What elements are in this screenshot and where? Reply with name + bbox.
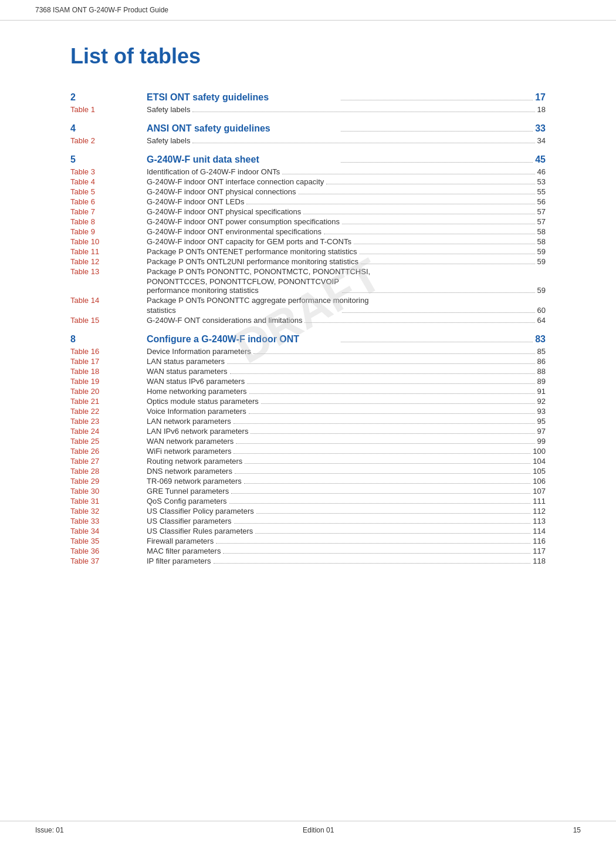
toc-label: Table 35 (70, 537, 147, 545)
toc-dots (234, 523, 531, 524)
toc-dots (326, 184, 534, 184)
toc-page: 107 (533, 487, 546, 496)
toc-dots (303, 214, 534, 214)
toc-entry: Table 27Routing network parameters 104 (70, 457, 546, 466)
toc-page: 46 (537, 167, 546, 176)
toc-label: Table 34 (70, 527, 147, 535)
header-text: 7368 ISAM ONT G-240W-F Product Guide (35, 6, 168, 14)
toc-entry: Table 29TR-069 network parameters 106 (70, 477, 546, 486)
toc-text: Package P ONTs ONTENET performance monit… (147, 247, 357, 256)
toc-page: 59 (537, 257, 546, 266)
toc-label: Table 31 (70, 497, 147, 505)
section-dots (341, 342, 533, 342)
toc-label: Table 5 (70, 187, 147, 196)
toc-text: Safety labels (147, 136, 190, 145)
toc-entry-continuation: statistics 60 (70, 306, 546, 315)
toc-entry: Table 30GRE Tunnel parameters 107 (70, 487, 546, 496)
toc-label: Table 13 (70, 267, 147, 276)
toc-entry: Table 20Home networking parameters 91 (70, 387, 546, 396)
toc-dots (192, 143, 534, 143)
toc-label: Table 20 (70, 387, 147, 396)
toc-entry: Table 26WiFi network parameters 100 (70, 447, 546, 456)
toc-entry: Table 37IP filter parameters 118 (70, 557, 546, 565)
toc-dots (233, 423, 535, 424)
toc-dots (360, 254, 535, 254)
toc-entry: Table 2Safety labels 34 (70, 136, 546, 145)
toc-text: Package P ONTs PONONTTC, PONONTMCTC, PON… (147, 267, 546, 276)
footer-center: Edition 01 (303, 826, 334, 834)
toc-text: Identification of G-240W-F indoor ONTs (147, 167, 280, 176)
toc-page: 113 (533, 517, 546, 525)
toc-entry: Table 12Package P ONTs ONTL2UNI performa… (70, 257, 546, 266)
toc-label: Table 11 (70, 247, 147, 256)
toc-dots (361, 264, 535, 264)
toc-dots (223, 553, 530, 554)
toc-page: 111 (533, 497, 546, 505)
toc-entry: Table 31QoS Config parameters 111 (70, 497, 546, 505)
toc-entry-multiline: Table 13Package P ONTs PONONTTC, PONONTM… (70, 267, 546, 295)
toc-dots (230, 373, 535, 374)
toc-label: Table 14 (70, 296, 147, 305)
toc-page: 100 (533, 447, 546, 456)
toc-dots (192, 112, 534, 112)
section-heading: 2ETSI ONT safety guidelines 17 (70, 92, 546, 103)
toc-entry: Table 35Firewall parameters 116 (70, 537, 546, 545)
toc-text: Home networking parameters (147, 387, 247, 396)
toc-text: IP filter parameters (147, 557, 211, 565)
section-page: 33 (535, 123, 546, 134)
toc-dots (342, 224, 535, 224)
toc-entry: Table 32US Classifier Policy parameters … (70, 507, 546, 515)
section-dots (341, 162, 533, 163)
toc-dots (256, 513, 531, 514)
toc-dots (235, 473, 530, 474)
toc-entry: Table 34US Classifier Rules parameters 1… (70, 527, 546, 535)
section-heading: 8Configure a G-240W-F indoor ONT 83 (70, 334, 546, 345)
toc-entry: Table 16Device Information parameters 85 (70, 347, 546, 356)
toc-dots (233, 453, 530, 454)
toc-text: G-240W-F indoor ONT LEDs (147, 197, 244, 206)
toc-entry: Table 3Identification of G-240W-F indoor… (70, 167, 546, 176)
toc-label: Table 26 (70, 447, 147, 456)
toc-dots (251, 433, 534, 434)
toc-text: Voice Information parameters (147, 407, 246, 416)
section-num: 8 (70, 334, 147, 345)
toc-page: 112 (533, 507, 546, 515)
toc-dots (304, 322, 534, 323)
toc-dots (246, 204, 534, 204)
toc-dots (253, 353, 535, 354)
section-heading: 5G-240W-F unit data sheet 45 (70, 154, 546, 165)
toc-entry: Table 19WAN status IPv6 parameters 89 (70, 377, 546, 386)
toc-text: WAN network parameters (147, 437, 233, 446)
toc-page: 104 (533, 457, 546, 466)
toc-dots (216, 543, 530, 544)
toc-label: Table 36 (70, 547, 147, 555)
toc-label: Table 1 (70, 105, 147, 114)
toc-page: 59 (537, 247, 546, 256)
toc-dots (244, 483, 530, 484)
toc-entry: Table 4G-240W-F indoor ONT interface con… (70, 177, 546, 186)
page-title: List of tables (70, 44, 546, 69)
toc-label: Table 6 (70, 197, 147, 206)
toc-page: 118 (533, 557, 546, 565)
toc-entry: Table 22Voice Information parameters 93 (70, 407, 546, 416)
toc-entry: Table 10G-240W-F indoor ONT capacity for… (70, 237, 546, 246)
toc-dots (249, 413, 535, 414)
toc-entry: Table 33US Classifier parameters 113 (70, 517, 546, 525)
toc-entry: Table 9G-240W-F indoor ONT environmental… (70, 227, 546, 236)
toc-container: 2ETSI ONT safety guidelines 17Table 1Saf… (70, 92, 546, 565)
toc-label: Table 28 (70, 467, 147, 476)
toc-text: Device Information parameters (147, 347, 251, 356)
toc-label: Table 19 (70, 377, 147, 386)
toc-entry: Table 15G-240W-F ONT considerations and … (70, 316, 546, 325)
section-title: ETSI ONT safety guidelines (147, 92, 339, 103)
section-num: 4 (70, 123, 147, 134)
footer-left: Issue: 01 (35, 826, 64, 834)
toc-dots (299, 194, 535, 194)
toc-page: 58 (537, 227, 546, 236)
toc-label: Table 33 (70, 517, 147, 525)
toc-text: G-240W-F indoor ONT capacity for GEM por… (147, 237, 351, 246)
toc-page: 97 (537, 427, 546, 436)
toc-text: WAN status parameters (147, 367, 228, 376)
toc-entry: Table 18WAN status parameters 88 (70, 367, 546, 376)
toc-label: Table 37 (70, 557, 147, 565)
